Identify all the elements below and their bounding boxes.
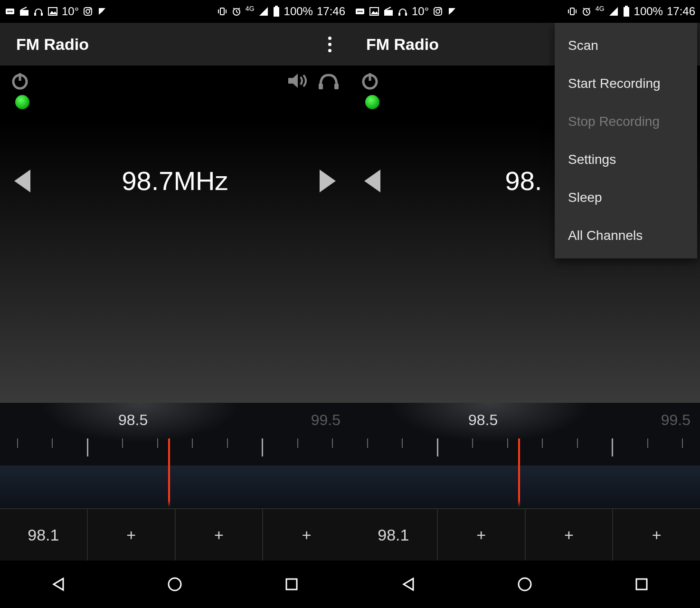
image-icon (369, 6, 379, 17)
svg-marker-53 (609, 7, 618, 16)
temperature: 10° (62, 5, 79, 18)
menu-stop-recording: Stop Recording (555, 103, 697, 141)
svg-point-34 (359, 11, 361, 12)
frequency-text: 98. (505, 165, 542, 196)
back-button[interactable] (399, 575, 418, 594)
instagram-icon (83, 6, 93, 17)
clock: 17:46 (317, 5, 345, 18)
status-right: 4G 100% 17:46 (567, 5, 695, 18)
options-menu: Scan Start Recording Stop Recording Sett… (555, 23, 697, 258)
navigation-bar (350, 560, 700, 608)
signal-icon (608, 6, 619, 17)
preset-4[interactable]: + (613, 509, 700, 560)
svg-line-39 (385, 7, 391, 10)
headphones-small-icon (397, 6, 408, 17)
frequency-text: 98.7MHz (122, 165, 228, 196)
menu-sleep[interactable]: Sleep (555, 179, 697, 217)
home-button[interactable] (515, 575, 534, 594)
dial-needle (518, 438, 520, 507)
preset-1[interactable]: 98.1 (0, 509, 88, 560)
svg-marker-26 (288, 74, 298, 88)
home-button[interactable] (165, 575, 184, 594)
power-icon[interactable] (359, 70, 380, 91)
sms-icon (5, 6, 15, 17)
svg-rect-22 (274, 7, 279, 17)
app-icon (447, 6, 457, 17)
radio-small-icon (19, 6, 29, 17)
frequency-display-area: 98.7MHz (0, 123, 350, 403)
navigation-bar (0, 560, 350, 608)
svg-point-3 (11, 11, 13, 12)
status-bar: 10° 4G 100% 17:46 (0, 0, 350, 23)
app-title: FM Radio (366, 35, 439, 54)
svg-line-51 (583, 8, 585, 9)
dial-label-right: 99.5 (311, 411, 341, 429)
menu-settings[interactable]: Settings (555, 141, 697, 179)
sms-icon (355, 6, 365, 17)
prev-station-button[interactable] (14, 170, 30, 192)
svg-point-43 (436, 10, 440, 13)
dial-label-center: 98.5 (468, 411, 498, 429)
svg-line-20 (238, 8, 240, 9)
status-left: 10° (5, 5, 107, 18)
battery-pct: 100% (284, 5, 313, 18)
status-indicator (365, 95, 379, 109)
svg-rect-4 (20, 10, 28, 16)
svg-rect-13 (220, 8, 224, 15)
headphones-icon[interactable] (317, 71, 341, 90)
vibrate-icon (567, 6, 577, 17)
svg-point-33 (358, 11, 359, 12)
image-icon (47, 6, 58, 17)
preset-3[interactable]: + (526, 509, 614, 560)
instagram-icon (433, 6, 443, 17)
svg-line-19 (233, 8, 235, 9)
svg-point-35 (361, 11, 363, 12)
svg-point-44 (440, 9, 441, 10)
radio-small-icon (383, 6, 394, 17)
network-type: 4G (246, 5, 255, 12)
preset-2[interactable]: + (88, 509, 176, 560)
back-button[interactable] (49, 575, 68, 594)
battery-icon (623, 6, 630, 17)
dial-needle (168, 438, 170, 507)
battery-icon (273, 6, 280, 17)
frequency-dial[interactable]: 98.5 99.5 (0, 403, 350, 508)
svg-rect-60 (636, 579, 647, 589)
menu-start-recording[interactable]: Start Recording (555, 65, 697, 103)
more-options-button[interactable] (322, 37, 337, 52)
prev-station-button[interactable] (364, 170, 380, 192)
preset-row: 98.1 + + + (0, 508, 350, 560)
svg-rect-31 (286, 579, 297, 589)
svg-rect-27 (319, 84, 323, 89)
svg-line-5 (21, 7, 27, 10)
temperature: 10° (412, 5, 429, 18)
menu-all-channels[interactable]: All Channels (555, 217, 697, 255)
frequency-dial[interactable]: 98.5 99.5 (350, 403, 700, 508)
svg-point-11 (86, 10, 90, 13)
vibrate-icon (217, 6, 227, 17)
svg-rect-40 (398, 13, 400, 16)
svg-line-50 (586, 12, 588, 13)
app-title: FM Radio (16, 35, 89, 54)
status-left: 10° (355, 5, 457, 18)
battery-pct: 100% (634, 5, 663, 18)
svg-line-52 (588, 8, 590, 9)
app-bar: FM Radio (0, 23, 350, 66)
svg-rect-55 (625, 6, 628, 7)
svg-line-18 (236, 12, 238, 13)
menu-scan[interactable]: Scan (555, 27, 697, 65)
headphones-small-icon (33, 6, 44, 17)
phone-right: 10° 4G 100% 17:46 FM Radio 98. (350, 0, 700, 608)
power-icon[interactable] (9, 70, 30, 91)
recent-button[interactable] (632, 575, 651, 594)
preset-4[interactable]: + (263, 509, 350, 560)
preset-1[interactable]: 98.1 (350, 509, 438, 560)
svg-rect-38 (384, 10, 393, 16)
recent-button[interactable] (282, 575, 301, 594)
svg-rect-23 (275, 6, 278, 7)
speaker-icon[interactable] (286, 71, 308, 90)
preset-3[interactable]: + (176, 509, 264, 560)
preset-2[interactable]: + (438, 509, 526, 560)
svg-marker-29 (54, 579, 63, 590)
next-station-button[interactable] (320, 170, 336, 192)
